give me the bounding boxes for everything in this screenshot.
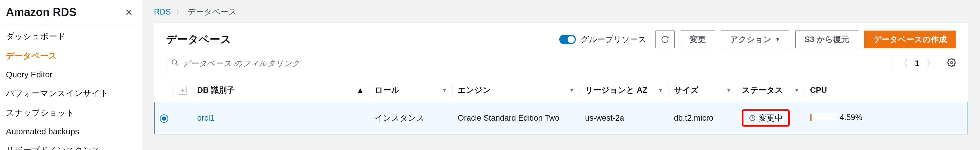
databases-panel: データベース グループリソース 変更 アクション ▼ S3 から復元 bbox=[154, 22, 968, 134]
clock-icon bbox=[749, 115, 756, 121]
filter-input[interactable] bbox=[182, 59, 888, 68]
col-db-identifier[interactable]: DB 識別子▲ bbox=[192, 78, 369, 102]
sidebar-item-query-editor[interactable]: Query Editor bbox=[0, 66, 142, 84]
modify-button[interactable]: 変更 bbox=[681, 30, 715, 48]
col-size[interactable]: サイズ▼ bbox=[668, 78, 737, 102]
chevron-right-icon: 〉 bbox=[176, 9, 183, 16]
page-title: データベース bbox=[166, 32, 231, 47]
status-badge: 変更中 bbox=[742, 109, 790, 126]
col-region-az[interactable]: リージョンと AZ▼ bbox=[580, 78, 668, 102]
sort-icon: ▼ bbox=[726, 87, 731, 93]
databases-table: + DB 識別子▲ ロール▼ エンジン▼ リージョンと AZ▼ bbox=[154, 78, 968, 134]
db-identifier-link[interactable]: orcl1 bbox=[197, 113, 215, 123]
settings-button[interactable] bbox=[947, 58, 956, 69]
filter-input-wrap[interactable] bbox=[166, 55, 893, 72]
row-size: db.t2.micro bbox=[674, 113, 714, 123]
cpu-meter: 4.59% bbox=[810, 113, 862, 122]
col-engine[interactable]: エンジン▼ bbox=[452, 78, 580, 102]
table-row[interactable]: orcl1 インスタンス Oracle Standard Edition Two… bbox=[154, 102, 968, 134]
page-number: 1 bbox=[915, 59, 919, 68]
expand-all-icon[interactable]: + bbox=[179, 87, 186, 94]
sidebar-item-reserved-instances[interactable]: リザーブドインスタンス bbox=[0, 140, 142, 150]
main-content: RDS 〉 データベース データベース グループリソース 変更 アクション bbox=[142, 0, 980, 150]
service-title: Amazon RDS bbox=[6, 6, 77, 19]
sort-icon: ▼ bbox=[569, 87, 574, 93]
create-database-button[interactable]: データベースの作成 bbox=[864, 30, 956, 48]
gear-icon bbox=[947, 58, 956, 67]
sidebar-item-dashboard[interactable]: ダッシュボード bbox=[0, 27, 142, 46]
group-resources-toggle[interactable] bbox=[559, 35, 576, 44]
breadcrumb-current: データベース bbox=[188, 7, 237, 16]
close-icon[interactable]: ✕ bbox=[125, 7, 133, 18]
restore-from-s3-button[interactable]: S3 から復元 bbox=[795, 30, 858, 48]
sort-icon: ▼ bbox=[442, 87, 447, 93]
refresh-button[interactable] bbox=[655, 30, 675, 48]
row-radio[interactable] bbox=[160, 115, 168, 123]
page-next-button[interactable]: 〉 bbox=[926, 57, 935, 70]
pagination: 〈 1 〉 bbox=[899, 57, 935, 70]
refresh-icon bbox=[661, 35, 669, 43]
breadcrumb: RDS 〉 データベース bbox=[154, 0, 968, 22]
cpu-value: 4.59% bbox=[840, 113, 862, 122]
svg-point-0 bbox=[172, 60, 177, 64]
sidebar: Amazon RDS ✕ ダッシュボード データベース Query Editor… bbox=[0, 0, 142, 150]
svg-point-2 bbox=[950, 61, 953, 64]
col-cpu[interactable]: CPU bbox=[805, 78, 968, 102]
row-role: インスタンス bbox=[375, 113, 425, 123]
sidebar-item-snapshots[interactable]: スナップショット bbox=[0, 103, 142, 123]
sidebar-item-performance-insights[interactable]: パフォーマンスインサイト bbox=[0, 84, 142, 103]
group-resources-label: グループリソース bbox=[581, 34, 646, 45]
sort-asc-icon: ▲ bbox=[356, 86, 364, 95]
sort-icon: ▼ bbox=[658, 87, 663, 93]
actions-button[interactable]: アクション ▼ bbox=[721, 30, 790, 48]
divider bbox=[0, 24, 142, 24]
row-region-az: us-west-2a bbox=[585, 113, 624, 123]
svg-line-1 bbox=[176, 64, 178, 65]
sidebar-item-databases[interactable]: データベース bbox=[0, 46, 142, 66]
page-prev-button[interactable]: 〈 bbox=[899, 57, 908, 70]
breadcrumb-root[interactable]: RDS bbox=[154, 7, 171, 16]
sidebar-item-automated-backups[interactable]: Automated backups bbox=[0, 123, 142, 140]
sort-icon: ▼ bbox=[794, 87, 799, 93]
caret-down-icon: ▼ bbox=[775, 37, 780, 43]
col-role[interactable]: ロール▼ bbox=[369, 78, 452, 102]
search-icon bbox=[171, 59, 179, 69]
row-engine: Oracle Standard Edition Two bbox=[458, 113, 559, 123]
col-status[interactable]: ステータス▼ bbox=[737, 78, 805, 102]
